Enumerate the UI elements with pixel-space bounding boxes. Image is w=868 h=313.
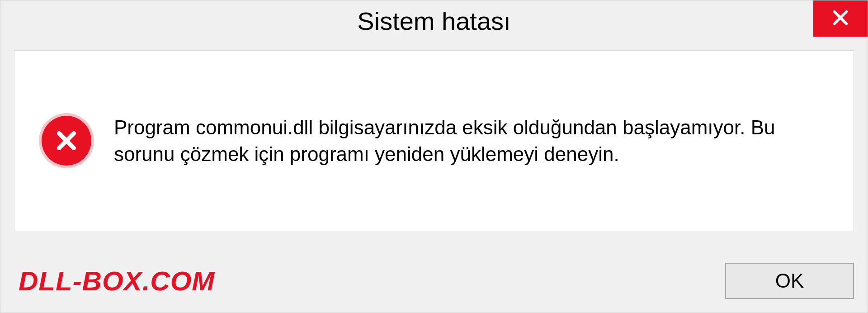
error-message: Program commonui.dll bilgisayarınızda ek… (114, 114, 826, 168)
ok-button[interactable]: OK (725, 263, 854, 299)
close-button[interactable] (813, 0, 868, 37)
error-icon (42, 116, 91, 166)
dialog-title: Sistem hatası (357, 6, 510, 36)
close-icon (831, 9, 849, 28)
dialog-footer: DLL-BOX.COM OK (0, 249, 868, 313)
error-dialog: Sistem hatası Program commonui.dll bilgi… (0, 0, 868, 313)
titlebar: Sistem hatası (0, 0, 868, 41)
content-panel: Program commonui.dll bilgisayarınızda ek… (14, 50, 854, 231)
error-icon-wrap (42, 116, 91, 166)
watermark-text: DLL-BOX.COM (19, 266, 215, 297)
